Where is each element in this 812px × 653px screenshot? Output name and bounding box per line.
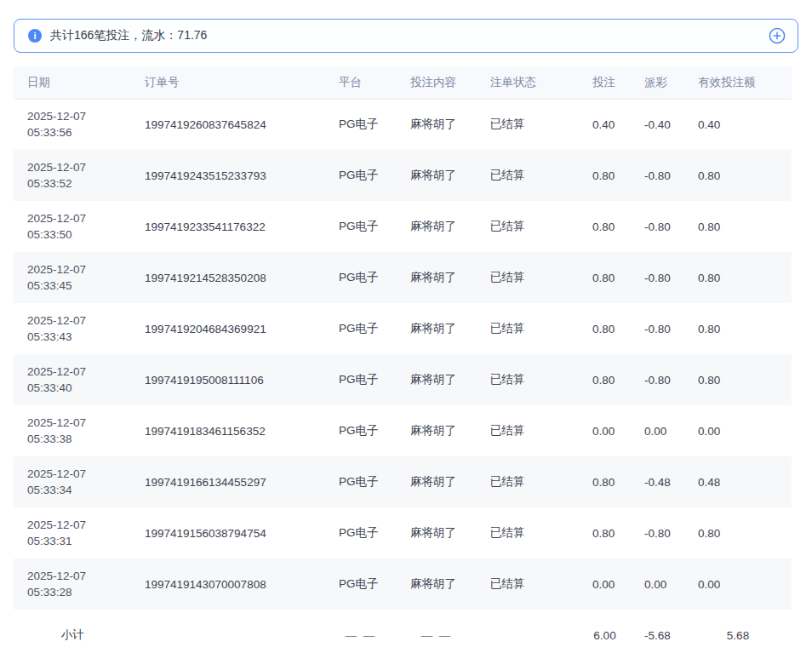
cell-platform: PG电子 [325,558,397,610]
orders-table-container: 日期订单号平台投注内容注单状态投注派彩有效投注额 2025-12-0705:33… [14,66,798,653]
table-row: 2025-12-0705:33:501997419233541176322PG电… [14,201,792,252]
cell-payout: -0.80 [631,252,684,303]
cell-payout: 0.00 [631,405,684,456]
cell-status: 已结算 [477,252,579,303]
cell-date-value: 2025-12-07 [27,364,128,380]
cell-status: 已结算 [477,507,579,558]
cell-date-value: 2025-12-07 [27,210,128,226]
table-row: 2025-12-0705:33:281997419143070007808PG电… [14,558,792,610]
cell-platform: PG电子 [325,252,397,303]
cell-payout: -0.80 [631,150,684,201]
cell-bet: 0.40 [579,99,631,150]
cell-content: 麻将胡了 [397,252,477,303]
info-circle-icon: i [28,29,42,43]
cell-status: 已结算 [477,354,579,405]
cell-order-no: 1997419233541176322 [131,201,325,252]
cell-valid-bet: 0.80 [684,201,792,252]
cell-content: 麻将胡了 [397,201,477,252]
subtotal-row: 小计— —— —6.00-5.685.68 [14,610,792,653]
summary-alert-bar: i 共计166笔投注，流水：71.76 [14,19,798,53]
plus-circle-icon[interactable] [769,27,786,44]
cell-valid-bet: 0.00 [684,558,792,610]
cell-bet: 0.80 [579,456,631,507]
cell-bet: 0.80 [579,507,631,558]
cell-date: 2025-12-0705:33:31 [14,507,131,558]
cell-payout: 0.00 [631,558,684,610]
cell-status: 已结算 [477,303,579,354]
cell-date-value: 2025-12-07 [27,466,128,482]
cell-status: 已结算 [477,201,579,252]
cell-content: 麻将胡了 [397,150,477,201]
column-header-order-no: 订单号 [131,66,325,99]
table-row: 2025-12-0705:33:521997419243515233793PG电… [14,150,792,201]
column-header-content: 投注内容 [397,66,477,99]
cell-date: 2025-12-0705:33:34 [14,456,131,507]
cell-platform: PG电子 [325,201,397,252]
cell-platform: PG电子 [325,150,397,201]
cell-payout: -0.40 [631,99,684,150]
cell-valid-bet: 0.80 [684,252,792,303]
subtotal-content: — — [397,610,477,653]
cell-status: 已结算 [477,456,579,507]
cell-time-value: 05:33:31 [27,533,128,549]
cell-date-value: 2025-12-07 [27,568,128,584]
cell-payout: -0.80 [631,507,684,558]
column-header-date: 日期 [14,66,131,99]
cell-valid-bet: 0.00 [684,405,792,456]
cell-bet: 0.80 [579,252,631,303]
cell-bet: 0.00 [579,558,631,610]
table-row: 2025-12-0705:33:451997419214528350208PG电… [14,252,792,303]
cell-status: 已结算 [477,99,579,150]
cell-time-value: 05:33:43 [27,329,128,345]
subtotal-status [477,610,579,653]
cell-order-no: 1997419156038794754 [131,507,325,558]
cell-date-value: 2025-12-07 [27,415,128,431]
cell-order-no: 1997419183461156352 [131,405,325,456]
cell-time-value: 05:33:45 [27,278,128,294]
cell-date-value: 2025-12-07 [27,261,128,278]
subtotal-order-no [131,610,325,653]
cell-time-value: 05:33:38 [27,431,128,447]
cell-status: 已结算 [477,150,579,201]
cell-date-value: 2025-12-07 [27,159,128,175]
cell-order-no: 1997419260837645824 [131,99,325,150]
cell-bet: 0.80 [579,201,631,252]
cell-valid-bet: 0.80 [684,354,792,405]
cell-content: 麻将胡了 [397,405,477,456]
cell-payout: -0.80 [631,303,684,354]
cell-content: 麻将胡了 [397,456,477,507]
column-header-valid-bet: 有效投注额 [684,66,792,99]
cell-date: 2025-12-0705:33:28 [14,558,131,610]
cell-content: 麻将胡了 [397,354,477,405]
cell-date-value: 2025-12-07 [27,108,128,124]
table-row: 2025-12-0705:33:561997419260837645824PG电… [14,99,792,150]
table-body: 2025-12-0705:33:561997419260837645824PG电… [14,99,792,653]
cell-content: 麻将胡了 [397,507,477,558]
column-header-platform: 平台 [325,66,397,99]
cell-content: 麻将胡了 [397,99,477,150]
table-row: 2025-12-0705:33:401997419195008111106PG电… [14,354,792,405]
table-row: 2025-12-0705:33:431997419204684369921PG电… [14,303,792,354]
cell-date: 2025-12-0705:33:43 [14,303,131,354]
cell-order-no: 1997419195008111106 [131,354,325,405]
cell-date-value: 2025-12-07 [27,517,128,533]
cell-date: 2025-12-0705:33:40 [14,354,131,405]
cell-platform: PG电子 [325,507,397,558]
cell-platform: PG电子 [325,303,397,354]
column-header-payout: 派彩 [631,66,684,99]
cell-bet: 0.80 [579,354,631,405]
cell-valid-bet: 0.48 [684,456,792,507]
cell-valid-bet: 0.40 [684,99,792,150]
column-header-status: 注单状态 [477,66,579,99]
subtotal-payout: -5.68 [631,610,684,653]
cell-valid-bet: 0.80 [684,150,792,201]
cell-time-value: 05:33:34 [27,482,128,498]
column-header-bet: 投注 [579,66,631,99]
orders-table: 日期订单号平台投注内容注单状态投注派彩有效投注额 2025-12-0705:33… [14,66,792,653]
cell-platform: PG电子 [325,99,397,150]
cell-date: 2025-12-0705:33:56 [14,99,131,150]
cell-platform: PG电子 [325,354,397,405]
cell-date: 2025-12-0705:33:52 [14,150,131,201]
table-row: 2025-12-0705:33:341997419166134455297PG电… [14,456,792,507]
cell-time-value: 05:33:40 [27,380,128,396]
